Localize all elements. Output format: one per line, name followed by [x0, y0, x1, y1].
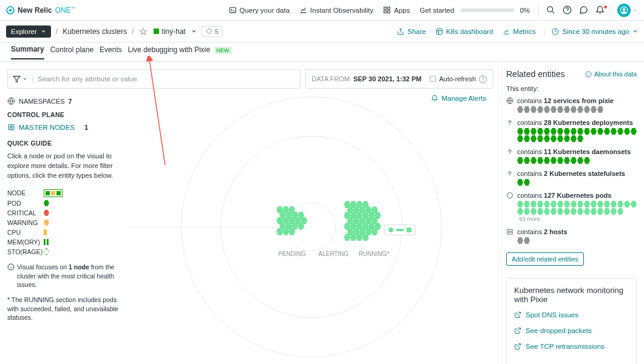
server-icon	[506, 228, 514, 235]
get-started[interactable]: Get started 0%	[415, 7, 535, 14]
explorer-button[interactable]: Explorer	[6, 25, 51, 38]
top-header: New Relic ONE™ Query your data Instant O…	[0, 0, 644, 21]
legend-pod[interactable]: POD	[7, 200, 129, 207]
cluster-visualization[interactable]: PENDING ALERTING RUNNING*	[129, 97, 493, 357]
filter-box	[7, 69, 300, 89]
svg-rect-3	[384, 7, 387, 10]
k8s-dashboard-link[interactable]: K8s dashboard	[431, 28, 498, 35]
tab-live-debugging[interactable]: Live debugging with Pixie NEW	[128, 46, 232, 59]
external-link-icon	[514, 327, 521, 334]
user-avatar[interactable]	[617, 4, 631, 17]
svg-point-10	[623, 8, 625, 11]
instant-obs-link[interactable]: Instant Observability	[294, 6, 378, 14]
metrics-link[interactable]: Metrics	[498, 28, 540, 35]
svg-rect-20	[507, 232, 513, 234]
query-data-link[interactable]: Query your data	[224, 6, 294, 14]
svg-rect-19	[507, 229, 513, 231]
svg-rect-6	[388, 11, 390, 13]
help-icon[interactable]	[559, 5, 575, 15]
grid-icon	[383, 6, 391, 14]
related-item[interactable]: contains 2 Kubernetes statefulsets	[506, 170, 637, 186]
arrowup-icon	[506, 119, 514, 126]
master-nodes-link[interactable]: MASTER NODES 1	[7, 123, 129, 131]
entity-selector[interactable]: tiny-hat	[154, 27, 197, 36]
related-item[interactable]: contains 127 Kubernetes pods93 more	[506, 192, 637, 222]
related-item[interactable]: contains 28 Kubernetes deployments	[506, 119, 637, 142]
tab-summary[interactable]: Summary	[11, 45, 44, 59]
related-item[interactable]: contains 12 services from pixie	[506, 97, 637, 113]
new-badge: NEW	[214, 47, 232, 54]
terminal-icon	[229, 6, 237, 14]
chevron-down-icon	[632, 29, 638, 34]
legend-memory[interactable]: MEM(ORY)	[7, 238, 129, 246]
tag-icon	[206, 28, 212, 35]
legend-storage[interactable]: STO(RAGE)	[7, 248, 129, 255]
filter-dropdown[interactable]	[13, 75, 33, 83]
progress-bar	[461, 8, 514, 12]
about-data-link[interactable]: About this data	[585, 70, 637, 78]
star-icon[interactable]	[139, 27, 147, 36]
related-item[interactable]: contains 2 hosts	[506, 228, 637, 244]
help-icon[interactable]: ?	[479, 75, 487, 83]
feedback-icon[interactable]	[575, 5, 592, 15]
namespaces-row[interactable]: NAMESPACES 7	[7, 97, 129, 105]
breadcrumb-k8s-clusters[interactable]: Kubernetes clusters	[63, 27, 127, 36]
pixie-link[interactable]: See TCP retransmissions	[514, 343, 629, 350]
date-range[interactable]: DATA FROM SEP 30 2021, 1:32 PM Auto-refr…	[305, 69, 493, 89]
tab-events[interactable]: Events	[100, 46, 122, 59]
search-input[interactable]	[38, 75, 295, 83]
chart-icon	[299, 6, 307, 14]
share-link[interactable]: Share	[392, 28, 431, 35]
auto-refresh-toggle[interactable]: Auto-refresh ?	[430, 75, 487, 83]
tab-control-plane[interactable]: Control plane	[50, 46, 93, 59]
main: DATA FROM SEP 30 2021, 1:32 PM Auto-refr…	[0, 62, 644, 364]
tabs: Summary Control plane Events Live debugg…	[0, 42, 644, 62]
legend-node[interactable]: NODE	[7, 189, 129, 197]
pixie-link[interactable]: See dropped packets	[514, 327, 629, 334]
checkbox	[430, 76, 436, 82]
notifications-icon[interactable]	[592, 5, 608, 15]
arrowup-icon	[506, 170, 514, 177]
label-pending: PENDING	[278, 251, 306, 257]
sub-header: Explorer / Kubernetes clusters / tiny-ha…	[0, 21, 644, 42]
footnote: * The RUNNING section includes pods with…	[7, 295, 129, 322]
globe-icon	[7, 97, 15, 105]
legend-cpu[interactable]: CPU	[7, 229, 129, 236]
chevron-down-icon	[22, 76, 27, 81]
search-icon[interactable]	[543, 5, 559, 15]
arrowup-icon	[506, 148, 514, 155]
svg-point-1	[9, 8, 12, 12]
side-panel: NAMESPACES 7 CONTROL PLANE MASTER NODES …	[7, 97, 129, 357]
hex-icon	[506, 192, 514, 199]
share-icon	[397, 28, 404, 35]
globe-icon	[506, 97, 514, 104]
add-edit-entities-button[interactable]: Add/edit related entities	[506, 252, 584, 266]
logo[interactable]: New Relic ONE™	[6, 6, 75, 15]
info-note: Visual focuses on 1 node from the cluste…	[7, 263, 129, 289]
metrics-icon	[503, 28, 510, 35]
this-entity-label: This entity:	[506, 85, 637, 92]
chevron-down-icon	[191, 29, 197, 34]
entity-count[interactable]: 5	[202, 26, 223, 37]
related-entities-title: Related entities	[506, 69, 565, 79]
svg-rect-4	[388, 7, 390, 10]
logo-icon	[6, 6, 15, 15]
external-link-icon	[514, 343, 521, 350]
node-icon	[7, 123, 15, 131]
label-running: RUNNING*	[359, 251, 390, 257]
pixie-card-title: Kubernetes network monitoring with Pixie	[514, 286, 629, 304]
related-item[interactable]: contains 11 Kubernetes daemonsets	[506, 148, 637, 164]
time-range-picker[interactable]: Since 30 minutes ago	[544, 28, 638, 35]
legend-critical[interactable]: CRITICAL	[7, 209, 129, 217]
right-panel: Related entities About this data This en…	[498, 62, 644, 364]
svg-rect-11	[436, 29, 442, 34]
node-chip[interactable]	[384, 224, 416, 235]
legend-warning[interactable]: WARNING	[7, 219, 129, 226]
apps-link[interactable]: Apps	[378, 6, 415, 14]
chevron-down-icon[interactable]	[632, 7, 638, 13]
filter-row: DATA FROM SEP 30 2021, 1:32 PM Auto-refr…	[7, 69, 493, 89]
quick-guide-title: QUICK GUIDE	[7, 140, 129, 147]
svg-rect-15	[8, 124, 14, 130]
label-alerting: ALERTING	[319, 251, 349, 257]
pixie-link[interactable]: Spot DNS issues	[514, 311, 629, 318]
